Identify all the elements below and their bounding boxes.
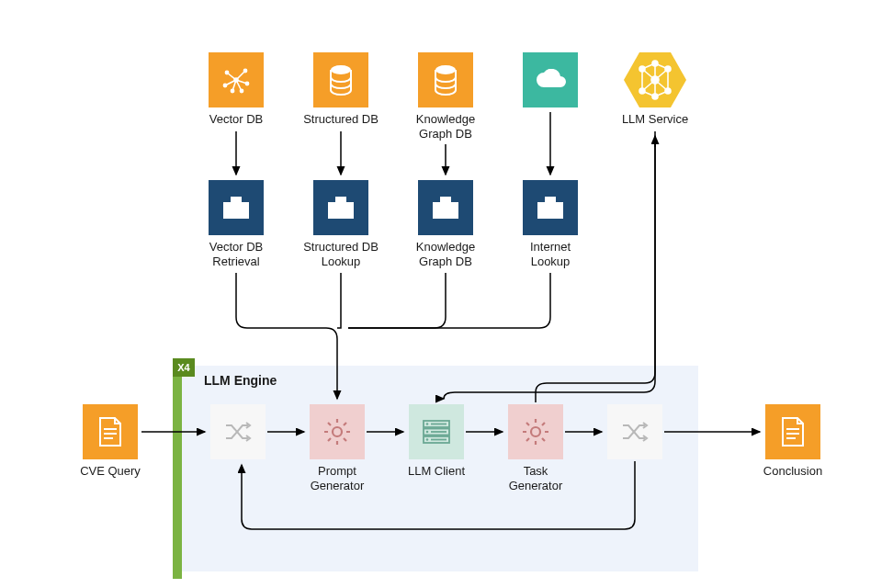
svg-point-14 xyxy=(435,65,456,74)
shuffle-out-icon xyxy=(607,404,662,459)
vector-db-label: Vector DB xyxy=(190,112,282,127)
vector-db-icon xyxy=(209,52,264,107)
llm-client-icon xyxy=(409,404,464,459)
task-generator-label: TaskGenerator xyxy=(490,464,582,494)
llm-engine-bar xyxy=(173,358,182,579)
svg-point-57 xyxy=(426,438,429,441)
svg-point-51 xyxy=(426,423,429,425)
knowledge-graph-label: KnowledgeGraph DB xyxy=(400,112,492,142)
svg-point-13 xyxy=(331,65,351,74)
x4-badge: X4 xyxy=(173,358,195,377)
svg-rect-40 xyxy=(441,198,450,203)
knowledge-graph-lookup-icon xyxy=(418,180,473,235)
vector-db-retrieval-label: Vector DBRetrieval xyxy=(190,240,282,270)
vector-db-retrieval-icon xyxy=(209,180,264,235)
prompt-generator-icon xyxy=(310,404,365,459)
cloud-icon xyxy=(523,52,578,107)
svg-rect-35 xyxy=(224,203,248,218)
shuffle-in-icon xyxy=(210,404,266,459)
cve-query-icon xyxy=(83,404,138,459)
svg-line-4 xyxy=(236,71,245,80)
structured-db-lookup-icon xyxy=(313,180,368,235)
internet-lookup-icon xyxy=(523,180,578,235)
conclusion-icon xyxy=(765,404,820,459)
svg-point-54 xyxy=(426,431,429,434)
svg-rect-36 xyxy=(232,198,241,203)
cve-query-label: CVE Query xyxy=(64,464,156,479)
diagram-canvas: X4 LLM Engine Vector DB Structured DB xyxy=(0,0,893,588)
llm-service-icon xyxy=(624,52,686,107)
svg-point-49 xyxy=(333,427,342,436)
structured-db-lookup-label: Structured DBLookup xyxy=(295,240,387,270)
svg-rect-37 xyxy=(329,203,353,218)
svg-rect-41 xyxy=(538,203,562,218)
knowledge-graph-icon xyxy=(418,52,473,107)
knowledge-graph-lookup-label: KnowledgeGraph DB xyxy=(400,240,492,270)
llm-engine-title: LLM Engine xyxy=(204,373,277,388)
svg-line-2 xyxy=(227,73,236,80)
internet-lookup-label: InternetLookup xyxy=(504,240,596,270)
svg-point-59 xyxy=(531,427,540,436)
prompt-generator-label: PromptGenerator xyxy=(291,464,383,494)
svg-rect-39 xyxy=(434,203,458,218)
svg-rect-38 xyxy=(336,198,345,203)
svg-rect-42 xyxy=(546,198,555,203)
llm-service-label: LLM Service xyxy=(609,112,701,127)
task-generator-icon xyxy=(508,404,563,459)
conclusion-label: Conclusion xyxy=(747,464,839,479)
structured-db-icon xyxy=(313,52,368,107)
llm-client-label: LLM Client xyxy=(390,464,482,479)
structured-db-label: Structured DB xyxy=(295,112,387,127)
